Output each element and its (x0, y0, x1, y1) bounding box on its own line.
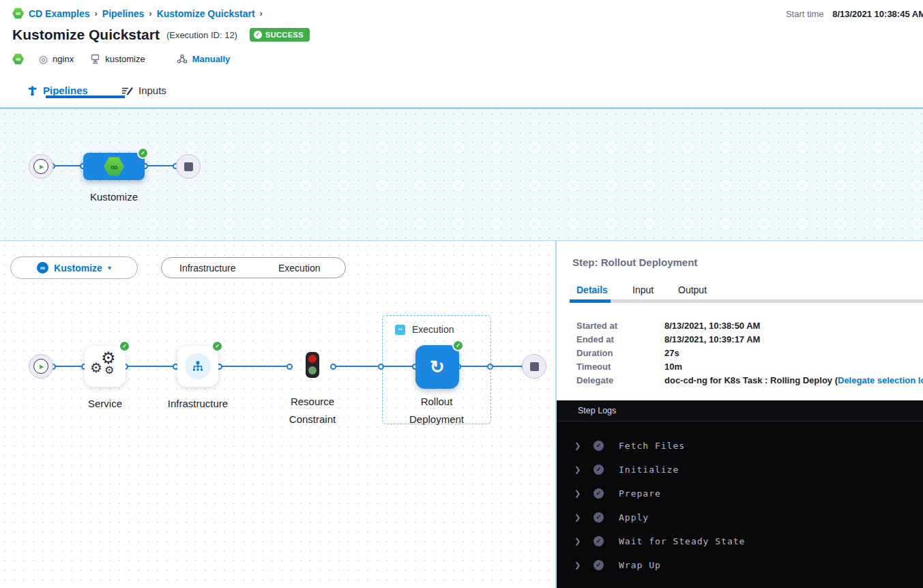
log-section-row[interactable]: ❯ ✓ Wrap Up (557, 559, 923, 573)
step-label: Infrastructure (157, 395, 239, 413)
log-section-label: Wait for Steady State (619, 536, 745, 546)
harness-cd-icon: ∞ (12, 8, 24, 19)
start-time: Start time 8/13/2021 10:38:45 AM (786, 9, 923, 19)
kubernetes-cd-stage-icon: ∞ (104, 156, 124, 177)
status-text: SUCCESS (265, 31, 304, 39)
log-section-row[interactable]: ❯ ✓ Fetch Files (557, 440, 923, 454)
caret-down-icon: ▾ (108, 264, 111, 271)
red-light-icon (308, 355, 317, 363)
breadcrumb: ∞ CD Examples › Pipelines › Kustomize Qu… (12, 8, 263, 19)
infrastructure-icon (185, 353, 211, 379)
step-node-infrastructure[interactable]: ✓ (177, 346, 218, 387)
toggle-execution[interactable]: Execution (254, 263, 346, 274)
execution-start-node[interactable]: ▶ (29, 354, 53, 379)
inputs-icon (121, 85, 133, 95)
detail-label: Duration (576, 348, 613, 358)
chevron-right-icon[interactable]: ❯ (574, 561, 581, 570)
chevron-right-icon[interactable]: ❯ (574, 465, 581, 474)
stop-icon (184, 162, 193, 171)
execution-group-label: Execution (412, 324, 454, 335)
detail-label: Timeout (576, 362, 611, 372)
environment-name: kustomize (105, 54, 145, 64)
log-success-icon: ✓ (594, 465, 604, 475)
chevron-right-icon[interactable]: ❯ (574, 441, 581, 450)
log-section-row[interactable]: ❯ ✓ Initialize (557, 464, 923, 477)
stage-graph-canvas[interactable]: ▶ ∞ ✓ Kustomize (0, 109, 923, 241)
rollout-icon: ↻ (430, 357, 445, 378)
log-section-row[interactable]: ❯ ✓ Prepare (557, 488, 923, 501)
log-section-label: Wrap Up (619, 560, 661, 570)
breadcrumb-separator-icon: › (260, 8, 263, 18)
breadcrumb-separator-icon: › (94, 8, 97, 18)
gear-icon: ⚙ (104, 365, 114, 376)
log-section-label: Fetch Files (619, 441, 685, 451)
start-time-label: Start time (786, 9, 824, 19)
chevron-right-icon[interactable]: ❯ (574, 513, 581, 522)
service-name: nginx (53, 54, 74, 64)
breadcrumb-separator-icon: › (149, 8, 151, 18)
stage-dot-icon: ∞ (37, 262, 48, 274)
step-logs-console[interactable]: Step Logs ❯ ✓ Fetch Files ❯ ✓ Initialize… (557, 400, 923, 588)
play-icon: ▶ (40, 164, 44, 170)
edge-connector (287, 364, 293, 370)
stage-selector-dropdown[interactable]: ∞ Kustomize ▾ (10, 256, 138, 279)
step-node-rollout-deployment[interactable]: ↻ ✓ (415, 345, 459, 389)
delegate-text: doc-cd-ng for K8s Task : Rolling Deploy … (664, 375, 838, 385)
breadcrumb-pipelines[interactable]: Pipelines (102, 8, 144, 19)
tab-details[interactable]: Details (576, 284, 608, 295)
log-section-label: Initialize (619, 465, 679, 475)
step-label: Service (64, 395, 146, 413)
service-meta[interactable]: ◎ nginx (39, 54, 74, 64)
stage-node-kustomize[interactable]: ∞ ✓ (83, 153, 145, 180)
tab-track[interactable] (570, 299, 923, 303)
log-section-row[interactable]: ❯ ✓ Apply (557, 512, 923, 525)
edge-line (145, 165, 176, 166)
step-node-service[interactable]: ⚙ ⚙ ⚙ ✓ (85, 346, 126, 387)
log-success-icon: ✓ (594, 512, 604, 523)
log-section-row[interactable]: ❯ ✓ Wait for Steady State (557, 535, 923, 549)
gear-icon: ⚙ (90, 361, 102, 374)
chevron-right-icon[interactable]: ❯ (574, 537, 581, 546)
detail-value: 8/13/2021, 10:39:17 AM (664, 334, 760, 344)
breadcrumb-cd-examples[interactable]: CD Examples (29, 8, 89, 19)
chevron-right-icon[interactable]: ❯ (574, 489, 581, 498)
tab-inputs[interactable]: Inputs (121, 85, 166, 96)
log-success-icon: ✓ (594, 536, 604, 546)
detail-label: Started at (576, 321, 617, 331)
step-label: Rollout Deployment (396, 393, 478, 428)
log-section-label: Prepare (619, 488, 661, 499)
trigger-meta[interactable]: Manually (177, 54, 231, 64)
top-tab-bar: Pipelines Inputs (0, 75, 923, 109)
pipeline-icon (27, 85, 38, 96)
status-badge: ✓ SUCCESS (250, 28, 310, 42)
collapse-minus-icon[interactable]: – (395, 325, 405, 335)
pipeline-end-node[interactable] (176, 154, 201, 179)
toggle-infrastructure[interactable]: Infrastructure (162, 263, 254, 274)
environment-meta[interactable]: kustomize (90, 54, 145, 64)
tab-output[interactable]: Output (678, 284, 707, 295)
edge-line (53, 165, 83, 166)
detail-value: 27s (664, 348, 679, 358)
execution-graph-canvas[interactable]: ∞ Kustomize ▾ Infrastructure Execution ▶ (0, 241, 555, 588)
step-logs-header: Step Logs (557, 400, 923, 422)
breadcrumb-kustomize-quickstart[interactable]: Kustomize Quickstart (157, 8, 255, 19)
delegate-selection-logs-link[interactable]: Delegate selection logs (838, 375, 923, 385)
execution-end-node[interactable] (522, 354, 546, 379)
trigger-icon (177, 54, 188, 64)
edge-line (220, 366, 290, 367)
log-success-icon: ✓ (594, 560, 604, 570)
tab-pipelines[interactable]: Pipelines (27, 85, 88, 96)
stop-icon (530, 362, 539, 371)
pipeline-start-node[interactable]: ▶ (29, 154, 53, 179)
step-node-resource-constraint[interactable] (306, 352, 319, 378)
page-header: ∞ CD Examples › Pipelines › Kustomize Qu… (0, 0, 923, 75)
edge-line (126, 366, 176, 367)
tab-input[interactable]: Input (632, 284, 654, 295)
step-panel-title: Step: Rollout Deployment (572, 256, 697, 268)
green-light-icon (308, 366, 317, 374)
trigger-label: Manually (192, 54, 231, 64)
success-check-badge: ✓ (211, 340, 223, 352)
detail-value: doc-cd-ng for K8s Task : Rolling Deploy … (664, 375, 923, 385)
harness-cd-icon: ∞ (12, 53, 24, 65)
step-label: Resource Constraint (272, 393, 353, 428)
